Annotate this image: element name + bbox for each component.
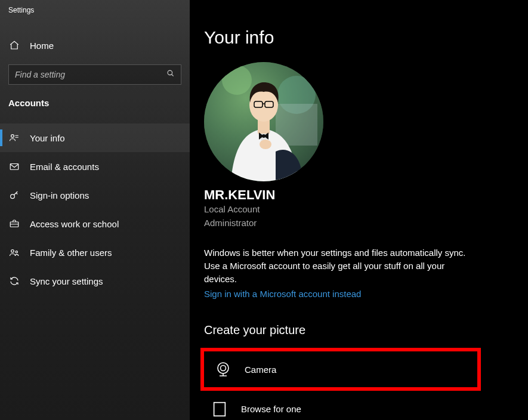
- sidebar-item-your-info[interactable]: Your info: [0, 123, 190, 152]
- section-title: Accounts: [0, 85, 190, 114]
- sidebar-item-label: Your info: [30, 133, 65, 143]
- svg-point-8: [222, 65, 252, 95]
- svg-rect-14: [265, 101, 273, 107]
- window-title: Settings: [0, 0, 190, 24]
- account-type: Local Account: [204, 203, 528, 217]
- account-role: Administrator: [204, 217, 528, 230]
- main-content: Your info: [190, 0, 528, 420]
- sign-in-microsoft-link[interactable]: Sign in with a Microsoft account instead: [204, 289, 361, 299]
- page-title: Your info: [204, 27, 528, 48]
- sidebar-item-sign-in-options[interactable]: Sign-in options: [0, 181, 190, 209]
- browse-option[interactable]: Browse for one: [204, 391, 528, 420]
- svg-rect-2: [10, 164, 18, 170]
- sidebar-item-sync-settings[interactable]: Sync your settings: [0, 267, 190, 295]
- sidebar-item-label: Sign-in options: [30, 190, 89, 200]
- svg-point-5: [11, 250, 14, 253]
- sidebar-item-access-work-school[interactable]: Access work or school: [0, 209, 190, 238]
- browse-label: Browse for one: [241, 404, 301, 414]
- sidebar-item-label: Sync your settings: [30, 276, 103, 286]
- home-nav[interactable]: Home: [0, 31, 190, 60]
- sidebar-item-email-accounts[interactable]: Email & accounts: [0, 152, 190, 181]
- search-input[interactable]: [15, 70, 162, 79]
- create-picture-heading: Create your picture: [204, 323, 528, 337]
- account-username: MR.KELVIN: [204, 187, 528, 203]
- sidebar-item-label: Access work or school: [30, 219, 119, 229]
- envelope-icon: [8, 161, 20, 172]
- browse-icon: [209, 398, 230, 419]
- search-icon: [166, 69, 175, 80]
- svg-rect-20: [214, 403, 226, 416]
- sidebar-item-label: Email & accounts: [30, 162, 99, 172]
- person-card-icon: [8, 132, 20, 143]
- search-wrap: [0, 60, 190, 85]
- camera-option[interactable]: Camera: [208, 351, 477, 387]
- svg-point-17: [260, 140, 271, 149]
- svg-point-18: [218, 363, 229, 373]
- svg-point-1: [11, 135, 14, 138]
- camera-icon: [212, 359, 234, 380]
- people-icon: [8, 247, 20, 258]
- nav-list: Your info Email & accounts Sign-in optio…: [0, 123, 190, 295]
- svg-rect-13: [254, 101, 263, 107]
- sidebar: Settings Home Accounts Your info Email &…: [0, 0, 190, 420]
- camera-label: Camera: [245, 365, 276, 375]
- sidebar-item-label: Family & other users: [30, 248, 112, 258]
- avatar-image: [204, 62, 323, 181]
- home-icon: [8, 40, 20, 51]
- key-icon: [8, 190, 20, 200]
- svg-point-19: [221, 366, 226, 371]
- avatar: [204, 62, 323, 181]
- sidebar-item-family-other-users[interactable]: Family & other users: [0, 238, 190, 267]
- home-label: Home: [30, 41, 54, 51]
- search-box[interactable]: [8, 64, 181, 85]
- sync-icon: [8, 276, 20, 286]
- highlight-annotation: Camera: [200, 348, 481, 391]
- svg-point-6: [16, 251, 17, 253]
- sync-description: Windows is better when your settings and…: [204, 246, 467, 285]
- briefcase-icon: [8, 218, 20, 229]
- svg-point-0: [168, 70, 172, 75]
- svg-point-16: [262, 134, 265, 138]
